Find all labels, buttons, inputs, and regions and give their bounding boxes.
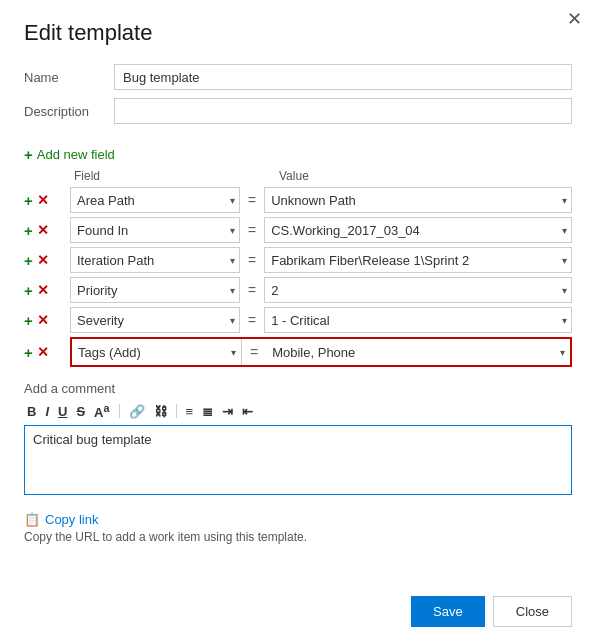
value-select-wrap: Mobile, Phone▾ [266, 339, 570, 365]
equals-sign: = [248, 252, 256, 268]
fields-container: +✕Area Path▾=Unknown Path▾+✕Found In▾=CS… [24, 187, 572, 367]
bold-button[interactable]: B [24, 403, 39, 420]
field-row-actions: +✕ [24, 193, 70, 208]
plus-icon: + [24, 146, 33, 163]
unordered-list-button[interactable]: ≡ [183, 403, 197, 420]
copy-link-icon: 📋 [24, 512, 40, 527]
field-row-actions: +✕ [24, 345, 70, 360]
value-select[interactable]: 2 [264, 277, 572, 303]
description-input[interactable] [114, 98, 572, 124]
value-select[interactable]: Mobile, Phone [266, 339, 570, 365]
save-button[interactable]: Save [411, 596, 485, 627]
close-icon[interactable]: ✕ [567, 10, 582, 28]
field-row: +✕Found In▾=CS.Working_2017_03_04▾ [24, 217, 572, 243]
field-select[interactable]: Area Path [70, 187, 240, 213]
comment-label: Add a comment [24, 381, 572, 396]
field-select[interactable]: Found In [70, 217, 240, 243]
close-button[interactable]: Close [493, 596, 572, 627]
equals-sign: = [248, 312, 256, 328]
value-select-wrap: Unknown Path▾ [264, 187, 572, 213]
add-field-icon[interactable]: + [24, 313, 33, 328]
field-row: +✕Iteration Path▾=Fabrikam Fiber\Release… [24, 247, 572, 273]
value-select[interactable]: CS.Working_2017_03_04 [264, 217, 572, 243]
remove-field-icon[interactable]: ✕ [37, 253, 49, 267]
field-select[interactable]: Iteration Path [70, 247, 240, 273]
remove-field-icon[interactable]: ✕ [37, 223, 49, 237]
outdent-button[interactable]: ⇤ [239, 403, 256, 420]
italic-button[interactable]: I [42, 403, 52, 420]
field-row-actions: +✕ [24, 223, 70, 238]
link-button[interactable]: 🔗 [126, 403, 148, 420]
comment-toolbar: B I U S Aa 🔗 ⛓ ≡ ≣ ⇥ ⇤ [24, 401, 572, 421]
value-col-header: Value [279, 169, 309, 183]
edit-template-dialog: ✕ Edit template Name Description + Add n… [0, 0, 596, 644]
copy-link-button[interactable]: 📋 Copy link [24, 512, 98, 527]
dialog-footer: Save Close [24, 584, 572, 627]
add-field-icon[interactable]: + [24, 253, 33, 268]
add-field-icon[interactable]: + [24, 345, 33, 360]
equals-sign: = [250, 344, 258, 360]
equals-sign: = [248, 222, 256, 238]
toolbar-separator-1 [119, 404, 120, 418]
name-label: Name [24, 70, 114, 85]
equals-sign: = [248, 282, 256, 298]
field-select-wrap: Iteration Path▾ [70, 247, 240, 273]
field-select-wrap: Area Path▾ [70, 187, 240, 213]
value-select[interactable]: Unknown Path [264, 187, 572, 213]
field-row: +✕Area Path▾=Unknown Path▾ [24, 187, 572, 213]
value-select-wrap: CS.Working_2017_03_04▾ [264, 217, 572, 243]
field-row: +✕Tags (Add)▾=Mobile, Phone▾ [24, 337, 572, 367]
remove-field-icon[interactable]: ✕ [37, 283, 49, 297]
field-select-wrap: Priority▾ [70, 277, 240, 303]
link2-button[interactable]: ⛓ [151, 403, 170, 420]
field-col-header: Field [74, 169, 249, 183]
toolbar-separator-2 [176, 404, 177, 418]
ordered-list-button[interactable]: ≣ [199, 403, 216, 420]
remove-field-icon[interactable]: ✕ [37, 193, 49, 207]
add-new-field-label: Add new field [37, 147, 115, 162]
add-field-icon[interactable]: + [24, 223, 33, 238]
add-field-icon[interactable]: + [24, 193, 33, 208]
name-input[interactable] [114, 64, 572, 90]
indent-button[interactable]: ⇥ [219, 403, 236, 420]
field-select[interactable]: Severity [70, 307, 240, 333]
copy-link-label: Copy link [45, 512, 98, 527]
field-row: +✕Severity▾=1 - Critical▾ [24, 307, 572, 333]
field-select-wrap: Tags (Add)▾ [72, 339, 242, 365]
copy-link-section: 📋 Copy link Copy the URL to add a work i… [24, 512, 572, 544]
value-select-wrap: Fabrikam Fiber\Release 1\Sprint 2▾ [264, 247, 572, 273]
field-select-wrap: Found In▾ [70, 217, 240, 243]
underline-button[interactable]: U [55, 403, 70, 420]
field-row-actions: +✕ [24, 283, 70, 298]
fields-header: Field Value [24, 169, 572, 183]
field-row-actions: +✕ [24, 253, 70, 268]
strikethrough-button[interactable]: S [73, 403, 88, 420]
value-select-wrap: 1 - Critical▾ [264, 307, 572, 333]
add-field-icon[interactable]: + [24, 283, 33, 298]
equals-sign: = [248, 192, 256, 208]
name-row: Name [24, 64, 572, 90]
field-row-actions: +✕ [24, 313, 70, 328]
comment-textarea[interactable]: Critical bug template [24, 425, 572, 495]
field-row: +✕Priority▾=2▾ [24, 277, 572, 303]
highlighted-field-row: Tags (Add)▾=Mobile, Phone▾ [70, 337, 572, 367]
remove-field-icon[interactable]: ✕ [37, 345, 49, 359]
comment-section: Add a comment B I U S Aa 🔗 ⛓ ≡ ≣ ⇥ ⇤ Cri… [24, 381, 572, 498]
dialog-title: Edit template [24, 20, 572, 46]
field-select[interactable]: Tags (Add) [72, 339, 241, 365]
field-select[interactable]: Priority [70, 277, 240, 303]
description-row: Description [24, 98, 572, 124]
remove-field-icon[interactable]: ✕ [37, 313, 49, 327]
value-select-wrap: 2▾ [264, 277, 572, 303]
value-select[interactable]: 1 - Critical [264, 307, 572, 333]
value-select[interactable]: Fabrikam Fiber\Release 1\Sprint 2 [264, 247, 572, 273]
add-new-field-button[interactable]: + Add new field [24, 146, 115, 163]
superscript-button[interactable]: Aa [91, 401, 112, 421]
field-select-wrap: Severity▾ [70, 307, 240, 333]
copy-link-description: Copy the URL to add a work item using th… [24, 530, 572, 544]
description-label: Description [24, 104, 114, 119]
